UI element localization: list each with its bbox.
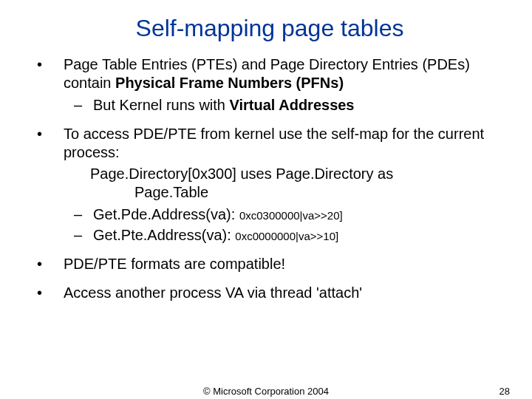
bullet-2-sub-2-label: Get.Pte.Address(va): (93, 227, 235, 243)
bullet-1-sub-1: But Kernel runs with Virtual Addresses (64, 95, 502, 115)
bullet-2-sub-2: Get.Pte.Address(va): 0xc0000000|va>>10] (64, 225, 502, 245)
slide-title: Self-mapping page tables (37, 15, 502, 42)
bullet-2-sub-1-code: 0xc0300000|va>>20] (239, 209, 343, 222)
bullet-1-bold: Physical Frame Numbers (PFNs) (115, 75, 344, 91)
bullet-2-sub-1: Get.Pde.Address(va): 0xc0300000|va>>20] (64, 205, 502, 224)
bullet-1-sub: But Kernel runs with Virtual Addresses (64, 95, 502, 115)
bullet-2-sub-1-label: Get.Pde.Address(va): (93, 206, 239, 222)
bullet-2: To access PDE/PTE from kernel use the se… (37, 125, 502, 245)
slide: Self-mapping page tables Page Table Entr… (0, 0, 532, 399)
bullet-1: Page Table Entries (PTEs) and Page Direc… (37, 55, 502, 115)
bullet-2-code: Page.Directory[0x300] uses Page.Director… (90, 165, 502, 202)
bullet-2-code-l1: Page.Directory[0x300] uses Page.Director… (90, 166, 393, 182)
bullet-1-sub-bold: Virtual Addresses (230, 97, 355, 113)
bullet-2-sub-2-code: 0xc0000000|va>>10] (235, 230, 338, 242)
bullet-list: Page Table Entries (PTEs) and Page Direc… (37, 55, 502, 302)
bullet-3: PDE/PTE formats are compatible! (37, 255, 502, 273)
bullet-2-text: To access PDE/PTE from kernel use the se… (64, 126, 484, 160)
bullet-4: Access another process VA via thread 'at… (37, 284, 502, 302)
bullet-1-sub-text: But Kernel runs with (93, 97, 230, 113)
page-number: 28 (499, 386, 510, 397)
copyright-text: © Microsoft Corporation 2004 (0, 386, 532, 397)
bullet-2-sub: Get.Pde.Address(va): 0xc0300000|va>>20] … (64, 205, 502, 245)
bullet-2-code-l2: Page.Table (90, 183, 502, 202)
